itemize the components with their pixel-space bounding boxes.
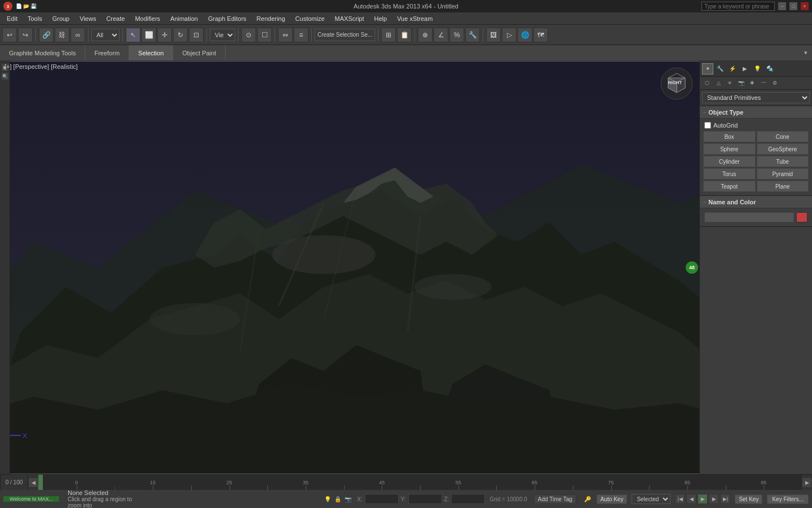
cylinder-button[interactable]: Cylinder <box>703 156 756 167</box>
close-button[interactable]: × <box>801 2 809 10</box>
lights-icon[interactable]: ☀ <box>725 78 735 88</box>
select-region-btn[interactable]: ⬜ <box>142 28 156 42</box>
render-setup-btn[interactable]: 🖼 <box>486 28 501 42</box>
menu-help[interactable]: Help <box>370 14 392 23</box>
zoom-btn[interactable]: 🔍 <box>1 72 9 80</box>
play-btn[interactable]: ▶ <box>698 494 708 504</box>
prev-frame-btn[interactable]: ◀ <box>686 494 696 504</box>
go-end-btn[interactable]: ▶| <box>720 494 730 504</box>
tb-save[interactable]: 💾 <box>30 3 37 9</box>
selected-dropdown[interactable]: Selected <box>632 494 670 504</box>
standard-primitives-dropdown[interactable]: Standard Primitives <box>702 92 810 103</box>
timeline-next-btn[interactable]: ▶ <box>802 478 812 488</box>
name-color-header[interactable]: − Name and Color <box>700 196 812 208</box>
menu-vue-xstream[interactable]: Vue xStream <box>392 14 437 23</box>
menu-tools[interactable]: Tools <box>23 14 47 23</box>
view-cube-gizmo[interactable]: RIGHT <box>660 67 694 100</box>
x-input[interactable] <box>365 494 399 504</box>
align-btn[interactable]: ≡ <box>294 28 308 42</box>
ribbon-btn[interactable]: 📋 <box>397 28 412 42</box>
use-pivot-btn[interactable]: ⊙ <box>241 28 256 42</box>
viewport-area[interactable]: [+] [Perspective] [Realistic] ▶ 🔍 <box>0 61 699 474</box>
render-to-tex-btn[interactable]: 🗺 <box>533 28 548 42</box>
minimize-button[interactable]: − <box>778 2 786 10</box>
utilities-panel-icon[interactable]: 🔩 <box>764 63 775 75</box>
undo-btn[interactable]: ↩ <box>2 28 17 42</box>
unlink-btn[interactable]: ⛓ <box>55 28 69 42</box>
tb-new[interactable]: 📄 <box>16 3 22 9</box>
box-button[interactable]: Box <box>703 131 756 142</box>
ribbon-expand-btn[interactable]: ▾ <box>800 45 812 60</box>
tube-button[interactable]: Tube <box>757 156 809 167</box>
cameras-icon[interactable]: 📷 <box>736 78 746 88</box>
menu-group[interactable]: Group <box>48 14 74 23</box>
modify-panel-icon[interactable]: 🔧 <box>714 63 726 75</box>
menu-create[interactable]: Create <box>102 14 129 23</box>
light-icon[interactable]: 💡 <box>323 494 332 503</box>
bind-space-warp-btn[interactable]: ∞ <box>70 28 85 42</box>
select-object-btn[interactable]: ↖ <box>126 28 140 42</box>
pyramid-button[interactable]: Pyramid <box>757 168 809 179</box>
systems-icon[interactable]: ⚙ <box>770 78 780 88</box>
menu-views[interactable]: Views <box>75 14 100 23</box>
select-link-btn[interactable]: 🔗 <box>39 28 54 42</box>
menu-graph-editors[interactable]: Graph Editors <box>204 14 251 23</box>
color-swatch[interactable] <box>796 212 807 222</box>
key-icon[interactable]: 🔑 <box>583 494 592 503</box>
use-selection-btn[interactable]: ☐ <box>257 28 272 42</box>
next-frame-btn[interactable]: ▶ <box>709 494 719 504</box>
plane-button[interactable]: Plane <box>757 181 809 192</box>
cone-button[interactable]: Cone <box>757 131 809 142</box>
z-input[interactable] <box>451 494 485 504</box>
search-input[interactable] <box>701 2 775 11</box>
timeline-prev-btn[interactable]: ◀ <box>28 478 38 488</box>
ribbon-tab-object-paint[interactable]: Object Paint <box>173 45 226 60</box>
redo-btn[interactable]: ↪ <box>18 28 33 42</box>
add-time-tag-btn[interactable]: Add Time Tag <box>534 494 576 504</box>
sphere-button[interactable]: Sphere <box>703 143 756 155</box>
filter-dropdown[interactable]: All <box>91 29 120 41</box>
torus-button[interactable]: Torus <box>703 168 756 179</box>
view-dropdown[interactable]: View <box>210 29 235 41</box>
menu-animation[interactable]: Animation <box>166 14 202 23</box>
mirror-btn[interactable]: ⇔ <box>278 28 293 42</box>
spinner-snap-btn[interactable]: 🔧 <box>465 28 480 42</box>
ribbon-tab-graphite[interactable]: Graphite Modeling Tools <box>0 45 85 60</box>
autokey-button[interactable]: Auto Key <box>597 494 628 504</box>
keyfilter-button[interactable]: Key Filters... <box>767 494 809 504</box>
object-name-input[interactable] <box>704 212 794 222</box>
layer-btn[interactable]: ⊞ <box>381 28 396 42</box>
scale-btn[interactable]: ⊡ <box>189 28 204 42</box>
menu-modifiers[interactable]: Modifiers <box>130 14 165 23</box>
create-selection-btn[interactable]: Create Selection Se... <box>315 29 375 41</box>
percent-snap-btn[interactable]: % <box>449 28 464 42</box>
hierarchy-panel-icon[interactable]: ⚡ <box>727 63 738 75</box>
menu-edit[interactable]: Edit <box>2 14 22 23</box>
maximize-button[interactable]: □ <box>789 2 797 10</box>
viewport[interactable]: [+] [Perspective] [Realistic] ▶ 🔍 <box>0 61 699 474</box>
tb-open[interactable]: 📂 <box>23 3 29 9</box>
angle-snap-btn[interactable]: ∠ <box>434 28 448 42</box>
render-btn[interactable]: ▷ <box>502 28 517 42</box>
teapot-button[interactable]: Teapot <box>703 181 756 192</box>
lock-icon[interactable]: 🔒 <box>333 494 342 503</box>
setkey-button[interactable]: Set Key <box>735 494 762 504</box>
y-input[interactable] <box>408 494 442 504</box>
motion-panel-icon[interactable]: ▶ <box>739 63 751 75</box>
menu-customize[interactable]: Customize <box>291 14 329 23</box>
display-panel-icon[interactable]: 💡 <box>752 63 763 75</box>
timeline-track[interactable]: 0 15 25 35 45 55 65 <box>38 475 802 490</box>
menu-rendering[interactable]: Rendering <box>252 14 290 23</box>
create-panel-icon[interactable]: ✦ <box>702 63 713 75</box>
ribbon-tab-selection[interactable]: Selection <box>129 45 173 60</box>
helpers-icon[interactable]: ✚ <box>747 78 757 88</box>
move-btn[interactable]: ✛ <box>157 28 172 42</box>
ribbon-tab-freeform[interactable]: Freeform <box>85 45 129 60</box>
geometry-icon[interactable]: ⬡ <box>702 78 712 88</box>
snap-toggle-btn[interactable]: ⊕ <box>418 28 433 42</box>
camera-status-icon[interactable]: 📷 <box>343 494 352 503</box>
spacewarps-icon[interactable]: 〰 <box>758 78 769 88</box>
shapes-icon[interactable]: △ <box>713 78 723 88</box>
object-type-header[interactable]: − Object Type <box>700 106 812 119</box>
go-start-btn[interactable]: |◀ <box>675 494 685 504</box>
